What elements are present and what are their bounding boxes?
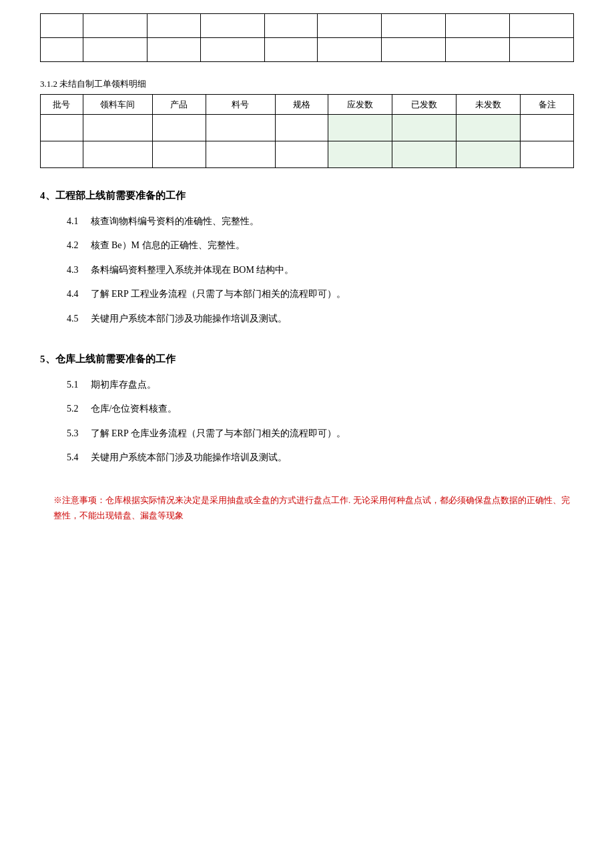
col-header-yifashu: 已发数 xyxy=(392,95,456,115)
top-table-cell xyxy=(200,14,264,38)
table-cell-beizhu xyxy=(521,115,574,141)
item-text: 关键用户系统本部门涉及功能操作培训及测试。 xyxy=(91,314,287,324)
col-header-yingfashu: 应发数 xyxy=(328,95,392,115)
section-4-item-5: 4.5 关键用户系统本部门涉及功能操作培训及测试。 xyxy=(67,312,574,326)
top-table-cell xyxy=(41,38,83,62)
col-header-beizhu: 备注 xyxy=(521,95,574,115)
top-table-cell xyxy=(318,38,382,62)
top-table-cell xyxy=(264,14,318,38)
col-header-weifashu: 未发数 xyxy=(456,95,521,115)
item-number: 4.5 xyxy=(67,312,88,326)
section-312-label: 3.1.2 未结自制工单领料明细 xyxy=(40,78,574,90)
table-cell-chanpin xyxy=(152,115,206,141)
item-text: 了解 ERP 工程业务流程（只需了与本部门相关的流程即可）。 xyxy=(91,289,346,299)
col-header-liaohao: 料号 xyxy=(206,95,275,115)
table-cell-weifashu xyxy=(456,115,521,141)
item-text: 期初库存盘点。 xyxy=(91,380,156,390)
top-table-cell xyxy=(446,14,510,38)
page-content: 3.1.2 未结自制工单领料明细 批号 领料车间 产品 料号 规格 应发数 已发… xyxy=(40,13,574,523)
section-4-item-1: 4.1 核查询物料编号资料的准确性、完整性。 xyxy=(67,214,574,229)
table-cell-guige xyxy=(275,141,328,168)
item-text: 条料编码资料整理入系统并体现在 BOM 结构中。 xyxy=(91,265,294,275)
section-4-title: 4、工程部上线前需要准备的工作 xyxy=(40,189,574,202)
table-cell-lingliaojianjian xyxy=(83,115,152,141)
note-text: 仓库根据实际情况来决定是采用抽盘或全盘的方式进行盘点工作. 无论采用何种盘点试，… xyxy=(53,495,570,520)
item-text: 了解 ERP 仓库业务流程（只需了与本部门相关的流程即可）。 xyxy=(91,428,346,438)
table-row xyxy=(41,141,574,168)
top-table-cell xyxy=(83,38,147,62)
item-number: 4.3 xyxy=(67,263,88,278)
col-header-lingliaojianjian: 领料车间 xyxy=(83,95,152,115)
item-number: 4.2 xyxy=(67,238,88,253)
top-table-cell xyxy=(382,14,446,38)
section-5-title: 5、仓库上线前需要准备的工作 xyxy=(40,353,574,366)
section-5-item-3: 5.3 了解 ERP 仓库业务流程（只需了与本部门相关的流程即可）。 xyxy=(67,426,574,441)
section-312-table: 批号 领料车间 产品 料号 规格 应发数 已发数 未发数 备注 xyxy=(40,94,574,168)
top-table-cell xyxy=(510,14,574,38)
note-prefix: ※注意事项： xyxy=(53,495,105,505)
table-cell-yingfashu xyxy=(328,141,392,168)
top-table-cell xyxy=(382,38,446,62)
top-table-cell xyxy=(510,38,574,62)
item-text: 核查询物料编号资料的准确性、完整性。 xyxy=(91,216,259,226)
top-table-cell xyxy=(200,38,264,62)
table-cell-pihao xyxy=(41,141,83,168)
top-table-cell xyxy=(147,14,200,38)
item-number: 5.2 xyxy=(67,402,88,416)
section-5-item-2: 5.2 仓库/仓位资料核查。 xyxy=(67,402,574,416)
note-section: ※注意事项：仓库根据实际情况来决定是采用抽盘或全盘的方式进行盘点工作. 无论采用… xyxy=(40,492,574,524)
item-number: 4.1 xyxy=(67,214,88,229)
col-header-chanpin: 产品 xyxy=(152,95,206,115)
item-text: 仓库/仓位资料核查。 xyxy=(91,404,178,414)
item-text: 核查 Be）M 信息的正确性、完整性。 xyxy=(91,240,245,250)
table-cell-pihao xyxy=(41,115,83,141)
top-table-cell xyxy=(318,14,382,38)
table-cell-lingliaojianjian xyxy=(83,141,152,168)
section-4-item-3: 4.3 条料编码资料整理入系统并体现在 BOM 结构中。 xyxy=(67,263,574,278)
section-5-item-1: 5.1 期初库存盘点。 xyxy=(67,378,574,392)
section-4-item-4: 4.4 了解 ERP 工程业务流程（只需了与本部门相关的流程即可）。 xyxy=(67,287,574,302)
top-table-cell xyxy=(83,14,147,38)
top-table-cell xyxy=(264,38,318,62)
item-number: 5.1 xyxy=(67,378,88,392)
item-text: 关键用户系统本部门涉及功能操作培训及测试。 xyxy=(91,452,287,462)
top-table xyxy=(40,13,574,62)
col-header-guige: 规格 xyxy=(275,95,328,115)
table-row xyxy=(41,115,574,141)
top-table-cell xyxy=(41,14,83,38)
item-number: 5.4 xyxy=(67,450,88,465)
section-4-item-2: 4.2 核查 Be）M 信息的正确性、完整性。 xyxy=(67,238,574,253)
table-cell-guige xyxy=(275,115,328,141)
col-header-pihao: 批号 xyxy=(41,95,83,115)
table-cell-weifashu xyxy=(456,141,521,168)
table-cell-liaohao xyxy=(206,141,275,168)
item-number: 5.3 xyxy=(67,426,88,441)
top-table-cell xyxy=(446,38,510,62)
item-number: 4.4 xyxy=(67,287,88,302)
table-cell-liaohao xyxy=(206,115,275,141)
table-cell-yifashu xyxy=(392,141,456,168)
table-cell-yifashu xyxy=(392,115,456,141)
top-table-cell xyxy=(147,38,200,62)
section-5-item-4: 5.4 关键用户系统本部门涉及功能操作培训及测试。 xyxy=(67,450,574,465)
table-cell-beizhu xyxy=(521,141,574,168)
table-cell-chanpin xyxy=(152,141,206,168)
table-cell-yingfashu xyxy=(328,115,392,141)
